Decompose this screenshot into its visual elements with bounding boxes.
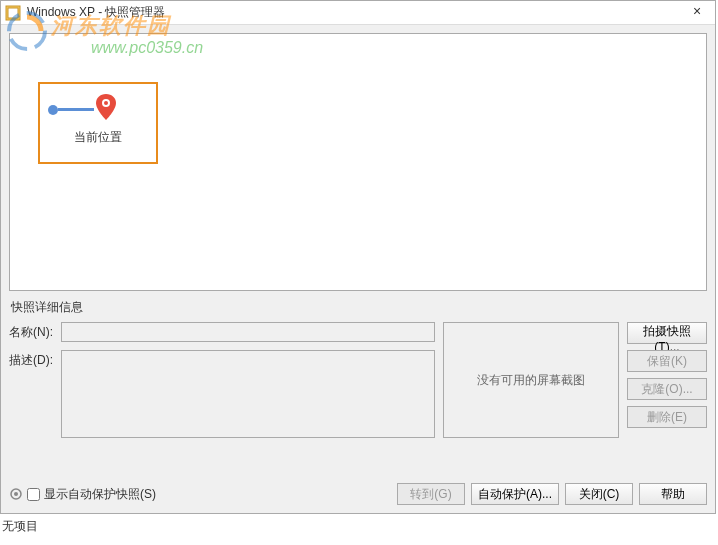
- details-title: 快照详细信息: [11, 299, 707, 316]
- keep-button[interactable]: 保留(K): [627, 350, 707, 372]
- window-title: Windows XP - 快照管理器: [27, 4, 683, 21]
- svg-point-4: [104, 101, 108, 105]
- description-label: 描述(D):: [9, 350, 61, 438]
- name-input[interactable]: [61, 322, 435, 342]
- snapshot-details-section: 快照详细信息 名称(N): 描述(D): 没有可用的屏幕截图 拍摄快照(T)..…: [9, 299, 707, 446]
- status-text: 无项目: [2, 518, 38, 535]
- titlebar: Windows XP - 快照管理器 ×: [1, 1, 715, 25]
- screenshot-preview: 没有可用的屏幕截图: [443, 322, 619, 438]
- help-button[interactable]: 帮助: [639, 483, 707, 505]
- bottom-bar: 显示自动保护快照(S) 转到(G) 自动保护(A)... 关闭(C) 帮助: [9, 483, 707, 505]
- show-auto-protect-checkbox[interactable]: [27, 488, 40, 501]
- snapshot-manager-window: Windows XP - 快照管理器 × 河东软件园 www.pc0359.cn: [0, 0, 716, 514]
- arrow-icon: [48, 94, 152, 125]
- delete-button[interactable]: 删除(E): [627, 406, 707, 428]
- clone-button[interactable]: 克隆(O)...: [627, 378, 707, 400]
- gear-icon[interactable]: [9, 487, 23, 501]
- auto-protect-button[interactable]: 自动保护(A)...: [471, 483, 559, 505]
- description-input[interactable]: [61, 350, 435, 438]
- name-label: 名称(N):: [9, 322, 61, 342]
- snapshot-tree-panel[interactable]: 当前位置: [9, 33, 707, 291]
- app-icon: [5, 5, 21, 21]
- goto-button[interactable]: 转到(G): [397, 483, 465, 505]
- svg-point-6: [14, 492, 18, 496]
- take-snapshot-button[interactable]: 拍摄快照(T)...: [627, 322, 707, 344]
- screenshot-placeholder: 没有可用的屏幕截图: [477, 372, 585, 389]
- show-auto-protect-label: 显示自动保护快照(S): [44, 486, 156, 503]
- current-location-node[interactable]: 当前位置: [38, 82, 158, 164]
- svg-rect-1: [8, 8, 18, 18]
- close-icon[interactable]: ×: [683, 3, 711, 23]
- pin-icon: [96, 94, 116, 125]
- current-location-label: 当前位置: [44, 129, 152, 146]
- right-button-column: 拍摄快照(T)... 保留(K) 克隆(O)... 删除(E): [627, 322, 707, 446]
- close-button[interactable]: 关闭(C): [565, 483, 633, 505]
